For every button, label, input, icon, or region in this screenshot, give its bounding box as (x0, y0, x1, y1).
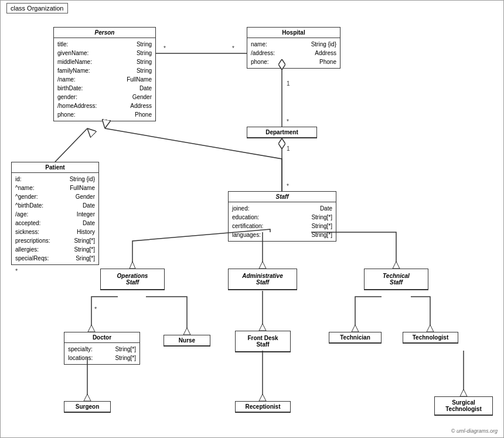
class-front-desk-staff-header: Front DeskStaff (236, 331, 290, 352)
class-front-desk-staff: Front DeskStaff (235, 331, 291, 352)
copyright: © uml-diagrams.org (451, 428, 498, 434)
class-staff: Staff joined:Date education:String[*] ce… (228, 191, 336, 242)
class-nurse-header: Nurse (164, 335, 210, 346)
svg-line-4 (55, 128, 87, 162)
svg-text:*: * (232, 45, 234, 52)
class-technician: Technician (329, 332, 382, 344)
class-patient-header: Patient (12, 162, 98, 173)
svg-marker-22 (352, 325, 359, 332)
class-receptionist-header: Receptionist (236, 402, 290, 412)
class-surgeon: Surgeon (64, 401, 111, 413)
class-patient-body: id:String {id} ^name:FullName ^gender:Ge… (12, 173, 98, 264)
class-person-body: title:String givenName:String middleName… (54, 38, 155, 121)
svg-marker-14 (130, 262, 135, 269)
class-surgeon-header: Surgeon (64, 402, 110, 412)
class-staff-header: Staff (229, 192, 336, 202)
class-administrative-staff: AdministrativeStaff (228, 269, 297, 290)
class-hospital-header: Hospital (247, 28, 340, 38)
class-person: Person title:String givenName:String mid… (53, 27, 156, 121)
class-technician-header: Technician (329, 332, 381, 343)
diagram-title: class Organization (6, 3, 68, 13)
svg-marker-17 (393, 262, 400, 269)
svg-marker-19 (183, 328, 190, 335)
svg-marker-25 (84, 394, 91, 401)
class-person-header: Person (54, 28, 155, 38)
class-technical-staff: TechnicalStaff (364, 269, 428, 290)
class-doctor: Doctor specialty:String[*] locations:Str… (64, 332, 140, 365)
class-technologist-header: Technologist (403, 332, 458, 343)
class-nurse: Nurse (164, 335, 210, 347)
svg-marker-16 (259, 262, 266, 269)
class-technologist: Technologist (403, 332, 458, 344)
svg-marker-18 (88, 325, 95, 332)
class-surgical-technologist-header: SurgicalTechnologist (435, 397, 492, 415)
class-operations-staff: OperationsStaff (100, 269, 165, 290)
diagram-container: class Organization Person title:String g… (0, 0, 504, 438)
class-surgical-technologist: SurgicalTechnologist (434, 396, 493, 416)
class-department-header: Department (247, 127, 316, 138)
class-patient: Patient id:String {id} ^name:FullName ^g… (11, 162, 99, 265)
svg-text:*: * (287, 183, 289, 189)
svg-text:*: * (94, 305, 97, 313)
class-technical-staff-header: TechnicalStaff (365, 269, 428, 290)
class-administrative-staff-header: AdministrativeStaff (229, 269, 297, 290)
class-operations-staff-header: OperationsStaff (101, 269, 164, 290)
class-department: Department (247, 127, 317, 138)
svg-marker-21 (259, 324, 266, 331)
class-doctor-body: specialty:String[*] locations:String[*] (64, 343, 139, 364)
class-receptionist: Receptionist (235, 401, 291, 413)
class-hospital: Hospital name:String {id} /address:Addre… (247, 27, 340, 69)
class-staff-body: joined:Date education:String[*] certific… (229, 202, 336, 241)
svg-text:*: * (164, 45, 166, 52)
svg-text:*: * (287, 118, 289, 125)
class-doctor-header: Doctor (64, 332, 139, 343)
svg-marker-27 (259, 394, 266, 401)
class-hospital-body: name:String {id} /address:Address phone:… (247, 38, 340, 68)
svg-text:1: 1 (287, 80, 290, 87)
svg-text:*: * (15, 267, 18, 274)
svg-marker-23 (427, 325, 434, 332)
svg-marker-29 (460, 389, 467, 396)
svg-text:1: 1 (287, 145, 290, 152)
